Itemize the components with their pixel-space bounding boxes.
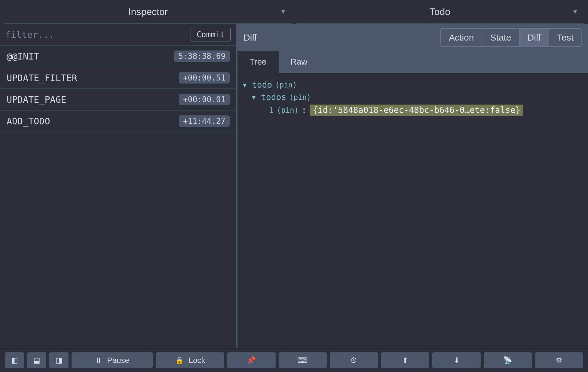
download-icon: ⬇	[454, 356, 460, 364]
settings-button[interactable]: ⚙	[535, 352, 583, 368]
stopwatch-button[interactable]: ⏱	[330, 352, 378, 368]
pin-label: (pin)	[289, 93, 311, 102]
tree-key: todo	[252, 80, 272, 90]
tree-index: 1	[269, 105, 274, 115]
action-time: 5:38:38.69	[174, 50, 230, 62]
download-button[interactable]: ⬇	[432, 352, 481, 368]
dock-right-button[interactable]: ◨	[49, 352, 69, 368]
keyboard-button[interactable]: ⌨	[279, 352, 327, 368]
dock-bottom-button[interactable]: ⬓	[27, 352, 46, 368]
dock-left-button[interactable]: ◧	[5, 352, 24, 368]
gear-icon: ⚙	[556, 356, 562, 364]
instance-dropdown[interactable]: Todo ▼	[296, 0, 584, 24]
upload-button[interactable]: ⬆	[381, 352, 430, 368]
caret-down-icon: ▼	[243, 81, 249, 89]
action-time: +11:44.27	[179, 115, 230, 127]
pin-label: (pin)	[275, 81, 297, 89]
action-name: UPDATE_FILTER	[7, 73, 77, 83]
tree-node-child[interactable]: ▼ todos (pin)	[243, 91, 583, 103]
lock-button[interactable]: 🔒 Lock	[156, 352, 224, 368]
inspector-dropdown[interactable]: Inspector ▼	[4, 0, 292, 24]
chevron-down-icon: ▼	[572, 8, 578, 16]
commit-button[interactable]: Commit	[191, 28, 231, 41]
tree-body: ▼ todo (pin) ▼ todos (pin) 1 (pin): {id:…	[237, 73, 588, 348]
tree-node-root[interactable]: ▼ todo (pin)	[243, 79, 583, 91]
action-item[interactable]: UPDATE_PAGE+00:00.01	[0, 89, 236, 111]
view-tab-diff[interactable]: Diff	[520, 29, 549, 46]
view-tab-test[interactable]: Test	[549, 29, 581, 46]
action-name: UPDATE_PAGE	[7, 94, 66, 105]
view-tab-state[interactable]: State	[482, 29, 519, 46]
pin-icon: 📌	[247, 356, 256, 364]
keyboard-icon: ⌨	[297, 356, 308, 364]
action-time: +00:00.01	[179, 94, 230, 105]
lock-label: Lock	[189, 356, 205, 365]
lock-icon: 🔒	[175, 356, 184, 364]
pause-label: Pause	[107, 356, 129, 365]
pin-button[interactable]: 📌	[227, 352, 276, 368]
right-panel-title: Diff	[243, 32, 257, 43]
action-list: @@INIT5:38:38.69UPDATE_FILTER+00:00.51UP…	[0, 46, 236, 348]
dock-left-icon: ◧	[11, 356, 18, 364]
instance-label: Todo	[430, 6, 450, 17]
action-item[interactable]: ADD_TODO+11:44.27	[0, 111, 236, 132]
chevron-down-icon: ▼	[280, 8, 286, 16]
dock-right-icon: ◨	[56, 356, 63, 364]
sub-tab-tree[interactable]: Tree	[237, 51, 279, 73]
stopwatch-icon: ⏱	[350, 356, 357, 364]
action-name: @@INIT	[7, 51, 39, 62]
pause-icon: ⏸	[95, 356, 102, 364]
inspector-label: Inspector	[128, 6, 168, 17]
sub-tab-raw[interactable]: Raw	[279, 51, 320, 73]
action-item[interactable]: @@INIT5:38:38.69	[0, 46, 236, 67]
tree-node-leaf[interactable]: 1 (pin): {id:'5848a018-e6ec-48bc-b646-0……	[243, 103, 583, 117]
dock-bottom-icon: ⬓	[33, 356, 40, 364]
pin-label: (pin)	[277, 106, 299, 114]
action-time: +00:00.51	[179, 72, 230, 84]
pause-button[interactable]: ⏸ Pause	[72, 352, 153, 368]
caret-down-icon: ▼	[252, 94, 258, 101]
remote-button[interactable]: 📡	[484, 352, 532, 368]
view-tabs: ActionStateDiffTest	[440, 28, 582, 47]
tree-value: {id:'5848a018-e6ec-48bc-b646-0…ete:false…	[310, 105, 523, 116]
broadcast-icon: 📡	[503, 356, 512, 364]
sub-tabs: TreeRaw	[237, 51, 588, 73]
filter-input[interactable]	[5, 29, 186, 40]
upload-icon: ⬆	[402, 356, 408, 364]
tree-colon: :	[302, 105, 307, 115]
action-item[interactable]: UPDATE_FILTER+00:00.51	[0, 67, 236, 89]
view-tab-action[interactable]: Action	[441, 29, 482, 46]
tree-key: todos	[261, 92, 286, 102]
action-name: ADD_TODO	[7, 116, 50, 127]
